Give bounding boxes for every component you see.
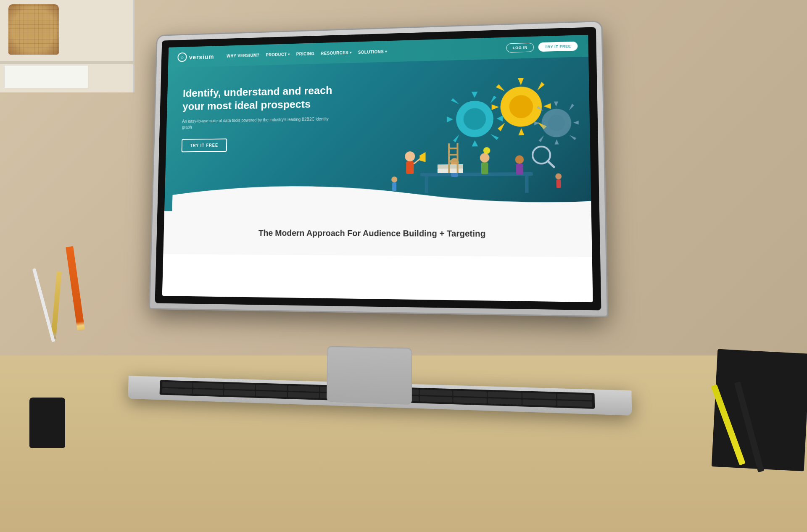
nav-resources[interactable]: RESOURCES ▾ bbox=[321, 50, 351, 55]
key[interactable] bbox=[522, 399, 556, 406]
key[interactable] bbox=[162, 388, 192, 394]
hero-subtitle: An easy-to-use suite of data tools power… bbox=[182, 116, 333, 130]
resources-chevron-icon: ▾ bbox=[350, 50, 351, 54]
shelf bbox=[0, 0, 134, 92]
nav-why-versium[interactable]: WHY VERSIUM? bbox=[227, 53, 259, 58]
trackpad[interactable] bbox=[327, 346, 412, 405]
login-button[interactable]: LOG IN bbox=[506, 43, 534, 53]
svg-point-16 bbox=[480, 153, 490, 162]
nav-product[interactable]: PRODUCT ▾ bbox=[266, 52, 290, 57]
key[interactable] bbox=[224, 390, 255, 396]
svg-rect-10 bbox=[406, 161, 414, 174]
hero-section: Identify, understand and reach your most… bbox=[164, 57, 591, 211]
key[interactable] bbox=[522, 392, 556, 399]
laptop-lid: ◇ versium WHY VERSIUM? PRODUCT ▾ PRICING… bbox=[150, 22, 607, 316]
key[interactable] bbox=[288, 392, 319, 398]
key[interactable] bbox=[224, 384, 255, 390]
pencil-holder bbox=[29, 398, 65, 448]
nav-actions: LOG IN TRY IT FREE bbox=[506, 42, 578, 53]
key[interactable] bbox=[454, 397, 487, 403]
logo-text: versium bbox=[189, 53, 214, 61]
svg-line-11 bbox=[414, 158, 420, 164]
nav-pricing[interactable]: PRICING bbox=[296, 51, 314, 56]
svg-rect-27 bbox=[448, 160, 458, 162]
versium-logo-icon: ◇ bbox=[177, 53, 187, 62]
svg-point-9 bbox=[405, 151, 415, 161]
shelf-divider bbox=[0, 61, 134, 64]
hero-title: Identify, understand and reach your most… bbox=[182, 84, 334, 113]
below-hero-title: The Modern Approach For Audience Buildin… bbox=[171, 227, 583, 240]
screen-bezel: ◇ versium WHY VERSIUM? PRODUCT ▾ PRICING… bbox=[155, 27, 601, 310]
svg-rect-14 bbox=[438, 169, 463, 173]
key[interactable] bbox=[488, 398, 521, 405]
nav-try-button[interactable]: TRY IT FREE bbox=[538, 42, 578, 52]
basket bbox=[8, 4, 59, 55]
key[interactable] bbox=[256, 385, 287, 390]
key[interactable] bbox=[488, 392, 521, 398]
svg-point-19 bbox=[515, 155, 524, 163]
key[interactable] bbox=[419, 390, 452, 396]
svg-rect-25 bbox=[448, 147, 458, 149]
product-chevron-icon: ▾ bbox=[288, 53, 290, 56]
svg-rect-20 bbox=[516, 164, 523, 174]
site-logo: ◇ versium bbox=[177, 52, 214, 62]
hero-try-button[interactable]: TRY IT FREE bbox=[182, 139, 227, 153]
svg-line-22 bbox=[548, 161, 554, 167]
key[interactable] bbox=[453, 391, 486, 397]
svg-rect-17 bbox=[481, 162, 488, 174]
solutions-chevron-icon: ▾ bbox=[385, 50, 387, 53]
wave-divider bbox=[172, 176, 591, 211]
screen: ◇ versium WHY VERSIUM? PRODUCT ▾ PRICING… bbox=[162, 35, 593, 302]
below-hero-section: The Modern Approach For Audience Buildin… bbox=[163, 211, 592, 257]
key[interactable] bbox=[162, 382, 193, 388]
svg-rect-6 bbox=[420, 172, 533, 176]
key[interactable] bbox=[419, 396, 453, 403]
svg-rect-26 bbox=[448, 154, 458, 155]
hero-content: Identify, understand and reach your most… bbox=[182, 84, 334, 152]
shelf-box bbox=[4, 65, 88, 88]
key[interactable] bbox=[193, 389, 224, 395]
key[interactable] bbox=[557, 400, 592, 407]
key[interactable] bbox=[288, 386, 319, 392]
hero-illustration bbox=[374, 65, 591, 211]
svg-rect-15 bbox=[438, 164, 463, 169]
key[interactable] bbox=[256, 391, 287, 398]
svg-point-18 bbox=[483, 147, 491, 154]
key[interactable] bbox=[557, 394, 592, 400]
nav-links: WHY VERSIUM? PRODUCT ▾ PRICING RESOURCES… bbox=[227, 46, 498, 58]
nav-solutions[interactable]: SOLUTIONS ▾ bbox=[358, 49, 387, 55]
laptop: ◇ versium WHY VERSIUM? PRODUCT ▾ PRICING… bbox=[128, 21, 641, 416]
key[interactable] bbox=[193, 383, 224, 389]
